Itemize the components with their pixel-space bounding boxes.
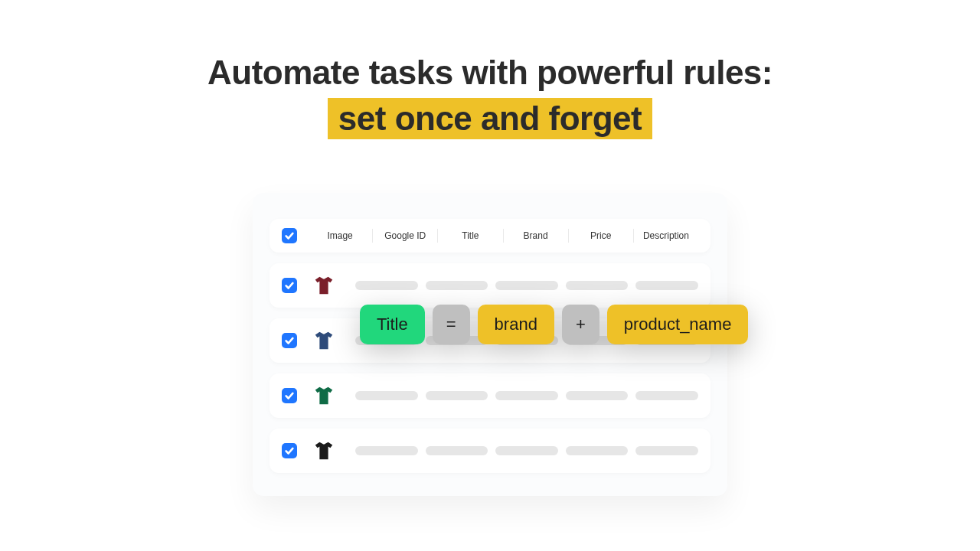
col-price: Price [569, 229, 634, 243]
tshirt-icon [311, 438, 337, 464]
rule-token-product-name[interactable]: product_name [607, 305, 749, 344]
row-placeholders [355, 281, 698, 290]
col-image: Image [308, 229, 373, 243]
row-placeholders [355, 446, 698, 455]
table-row[interactable] [270, 263, 710, 308]
tshirt-icon [311, 272, 337, 298]
col-brand: Brand [504, 229, 569, 243]
row-checkbox[interactable] [282, 388, 297, 403]
row-checkbox[interactable] [282, 443, 297, 458]
table-row[interactable] [270, 373, 710, 418]
row-placeholders [355, 391, 698, 400]
col-google-id: Google ID [373, 229, 438, 243]
tshirt-icon [311, 383, 337, 409]
col-description: Description [634, 229, 698, 243]
headline-line-1: Automate tasks with powerful rules: [0, 54, 980, 92]
table-header-row: Image Google ID Title Brand Price Descri… [270, 219, 710, 253]
rule-token-brand[interactable]: brand [478, 305, 554, 344]
col-title: Title [438, 229, 503, 243]
table-row[interactable] [270, 429, 710, 473]
row-checkbox[interactable] [282, 278, 297, 293]
headline-line-2-highlight: set once and forget [328, 98, 652, 139]
select-all-checkbox[interactable] [282, 228, 297, 243]
product-table-panel: Image Google ID Title Brand Price Descri… [253, 193, 727, 496]
tshirt-icon [311, 328, 337, 354]
plus-chip: + [562, 305, 599, 344]
row-checkbox[interactable] [282, 333, 297, 348]
rule-field-chip[interactable]: Title [360, 305, 425, 344]
rule-expression-overlay: Title = brand + product_name [360, 305, 748, 344]
equals-chip: = [433, 305, 470, 344]
